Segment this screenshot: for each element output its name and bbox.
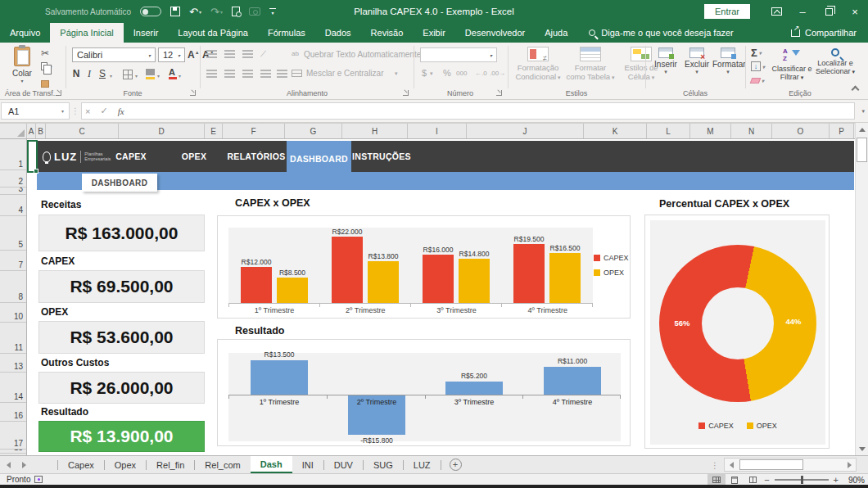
- column-header-C[interactable]: C: [46, 124, 119, 138]
- sheet-tab-rel-fin[interactable]: Rel_fin: [147, 456, 194, 473]
- close-button[interactable]: ×: [842, 0, 868, 23]
- fill-button[interactable]: ↓▾: [751, 61, 765, 71]
- clear-button[interactable]: ▾: [751, 78, 764, 84]
- scrollbar-thumb[interactable]: [857, 138, 867, 162]
- copy-button[interactable]: ▾: [41, 62, 52, 70]
- row-header-18[interactable]: 18: [0, 450, 26, 454]
- font-size-select[interactable]: 12▾: [158, 47, 185, 62]
- tab-scroll-right-icon[interactable]: [17, 456, 31, 473]
- tab-splitter-handle[interactable]: ⋮: [711, 456, 719, 474]
- percentual-capex-opex-chart[interactable]: 56%44%CAPEXOPEX: [644, 215, 830, 449]
- sheet-tab-dash[interactable]: Dash: [251, 456, 292, 473]
- autosave-toggle[interactable]: [140, 7, 161, 16]
- sort-filter-button[interactable]: AZ Classificar e Filtrar ▾: [771, 47, 812, 82]
- find-select-button[interactable]: Localizar e Selecionar ▾: [814, 47, 857, 76]
- font-color-dropdown-icon[interactable]: ▾: [179, 73, 181, 79]
- zoom-level[interactable]: 90%: [843, 476, 865, 485]
- menu-tab-pagina-inicial[interactable]: Página Inicial: [50, 23, 123, 43]
- sheet-tab-luz[interactable]: LUZ: [404, 456, 441, 473]
- nav-item-relatorios[interactable]: RELATÓRIOS: [227, 141, 285, 172]
- row-header-3[interactable]: 3: [0, 188, 26, 195]
- column-header-B[interactable]: B: [36, 124, 46, 138]
- minimize-button[interactable]: –: [789, 0, 816, 23]
- column-header-F[interactable]: F: [223, 124, 285, 138]
- vertical-scrollbar[interactable]: [855, 123, 868, 455]
- metric-value-receitas[interactable]: R$ 163.000,00: [38, 215, 205, 251]
- font-color-icon[interactable]: A: [169, 67, 175, 77]
- menu-tab-formulas[interactable]: Fórmulas: [258, 23, 315, 43]
- sheet-tab-ini[interactable]: INI: [292, 456, 323, 473]
- format-cells-button[interactable]: Formatar ▾: [712, 47, 744, 75]
- scroll-up-icon[interactable]: [856, 123, 868, 136]
- sheet-tab-rel-com[interactable]: Rel_com: [195, 456, 250, 473]
- menu-tab-desenvolvedor[interactable]: Desenvolvedor: [455, 23, 535, 43]
- share-button[interactable]: Compartilhar: [791, 23, 868, 43]
- page-break-view-button[interactable]: [744, 474, 762, 486]
- sheet-tab-opex[interactable]: Opex: [105, 456, 146, 473]
- format-painter-button[interactable]: [41, 80, 49, 88]
- nav-item-opex[interactable]: OPEX: [182, 141, 206, 172]
- print-preview-icon[interactable]: [232, 7, 240, 16]
- column-header-J[interactable]: J: [467, 124, 584, 138]
- paste-button[interactable]: Colar ▾: [8, 47, 36, 84]
- worksheet[interactable]: 123457810111314161718 LUZ PlanilhasEmpre…: [0, 139, 855, 455]
- menu-tab-ajuda[interactable]: Ajuda: [535, 23, 577, 43]
- sheet-tab-capex[interactable]: Capex: [58, 456, 104, 473]
- borders-icon[interactable]: [123, 70, 133, 79]
- formula-input[interactable]: [134, 102, 855, 120]
- column-header-I[interactable]: I: [408, 124, 467, 138]
- row-header-2[interactable]: 2: [0, 170, 26, 188]
- menu-tab-inserir[interactable]: Inserir: [124, 23, 169, 43]
- column-header-E[interactable]: E: [205, 124, 223, 138]
- expand-formula-bar-icon[interactable]: ▾: [861, 108, 865, 115]
- insert-cells-button[interactable]: Inserir ▾: [650, 47, 681, 75]
- row-header-13[interactable]: 13: [0, 354, 26, 373]
- new-sheet-button[interactable]: +: [450, 459, 462, 471]
- menu-tab-revisao[interactable]: Revisão: [361, 23, 414, 43]
- scroll-right-icon[interactable]: [843, 462, 856, 468]
- increase-font-size-icon[interactable]: A▲: [188, 49, 200, 61]
- column-header-H[interactable]: H: [342, 124, 408, 138]
- zoom-in-icon[interactable]: +: [834, 475, 839, 485]
- row-header-7[interactable]: 7: [0, 251, 26, 271]
- undo-button[interactable]: ↶▾: [189, 4, 201, 19]
- capex-opex-chart[interactable]: R$12.000R$22.000R$16.000R$19.500R$8.500R…: [217, 215, 631, 319]
- underline-button[interactable]: S: [97, 68, 108, 79]
- formula-bar-splitter[interactable]: ⋮: [70, 106, 81, 115]
- menu-tab-layout-da-pagina[interactable]: Layout da Página: [168, 23, 258, 43]
- select-all-corner[interactable]: [0, 124, 27, 138]
- horizontal-scrollbar[interactable]: [724, 458, 857, 472]
- zoom-slider-thumb[interactable]: [801, 476, 803, 484]
- cut-button[interactable]: ✂: [41, 47, 49, 59]
- row-header-4[interactable]: 4: [0, 195, 26, 216]
- row-header-17[interactable]: 17: [0, 422, 26, 450]
- row-header-5[interactable]: 5: [0, 216, 26, 251]
- nav-item-instrucoes[interactable]: INSTRUÇÕES: [352, 141, 411, 172]
- zoom-slider[interactable]: [775, 479, 829, 481]
- sheet-tab-duv[interactable]: DUV: [324, 456, 363, 473]
- metric-value-capex[interactable]: R$ 69.500,00: [38, 270, 205, 303]
- metric-value-opex[interactable]: R$ 53.600,00: [38, 321, 205, 354]
- autosum-button[interactable]: Σ▾: [751, 47, 762, 59]
- scrollbar-thumb[interactable]: [739, 459, 803, 470]
- delete-cells-button[interactable]: Excluir ▾: [681, 47, 712, 75]
- font-name-select[interactable]: Calibri▾: [72, 47, 156, 62]
- nav-item-capex[interactable]: CAPEX: [115, 141, 147, 172]
- name-box[interactable]: A1▾: [1, 102, 70, 120]
- restore-button[interactable]: [816, 0, 842, 23]
- tell-me-search[interactable]: Diga-me o que você deseja fazer: [589, 23, 733, 43]
- nav-item-dashboard[interactable]: DASHBOARD: [287, 141, 351, 176]
- record-macro-icon[interactable]: [34, 476, 43, 483]
- column-header-M[interactable]: M: [690, 124, 731, 138]
- sheet-tab-sug[interactable]: SUG: [364, 456, 403, 473]
- column-header-G[interactable]: G: [285, 124, 342, 138]
- row-header-11[interactable]: 11: [0, 323, 26, 354]
- row-header-1[interactable]: 1: [0, 139, 26, 170]
- resultado-chart[interactable]: R$13.500-R$15.800R$5.200R$11.0001º Trime…: [217, 339, 631, 446]
- customize-qat-icon[interactable]: ▾: [269, 8, 276, 16]
- menu-tab-exibir[interactable]: Exibir: [413, 23, 455, 43]
- borders-dropdown-icon[interactable]: ▾: [135, 73, 138, 79]
- redo-button[interactable]: ↷▾: [210, 4, 223, 19]
- bold-button[interactable]: N: [70, 68, 82, 79]
- column-header-L[interactable]: L: [647, 124, 690, 138]
